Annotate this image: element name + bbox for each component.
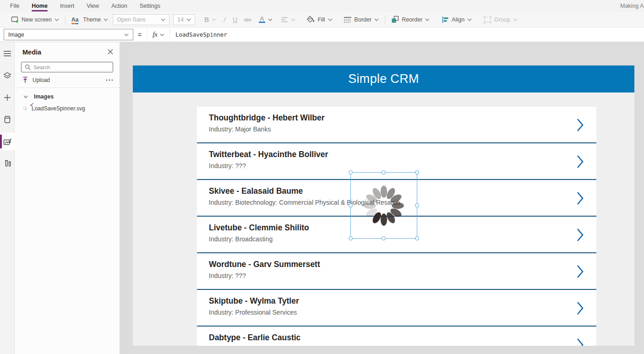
menu-settings[interactable]: Settings — [140, 0, 160, 12]
media-panel-title: Media — [22, 49, 41, 56]
formula-input[interactable]: LoadSaveSpinner — [175, 31, 227, 38]
inserted-arrow-icon — [29, 103, 34, 107]
menu-view[interactable]: View — [87, 0, 99, 12]
chevron-down-icon — [160, 33, 164, 36]
chevron-down-icon — [55, 18, 59, 21]
rail-media-button[interactable] — [0, 133, 15, 150]
more-options-button[interactable] — [106, 79, 113, 81]
data-icon — [4, 115, 11, 124]
menu-file[interactable]: File — [10, 0, 19, 12]
selection-handle[interactable] — [382, 236, 386, 240]
fx-icon: fx — [153, 31, 158, 38]
property-select[interactable]: Image — [4, 29, 133, 40]
selected-image-control[interactable] — [350, 172, 417, 239]
formula-bar: Image = fx LoadSaveSpinner — [0, 27, 644, 42]
fx-menu[interactable]: fx — [147, 27, 170, 42]
align-button[interactable]: Align — [440, 14, 474, 26]
media-search-box[interactable] — [21, 62, 113, 72]
text-align-icon — [281, 17, 288, 22]
new-screen-button[interactable]: New screen — [9, 14, 61, 26]
rail-hamburger-button[interactable] — [0, 45, 15, 62]
fill-bucket-icon — [306, 16, 315, 23]
fill-button[interactable]: Fill — [305, 14, 334, 26]
left-rail — [0, 42, 15, 354]
chevron-down-icon — [186, 18, 191, 21]
media-icon — [3, 138, 12, 146]
selection-handle[interactable] — [349, 170, 353, 174]
selection-handle[interactable] — [415, 236, 419, 240]
media-panel: Media Upload Images — [15, 42, 120, 354]
ribbon-toolbar: New screen Aa Theme Open Sans 14 B / U a… — [0, 12, 644, 27]
tree-view-icon — [3, 72, 11, 79]
chevron-down-icon — [268, 18, 273, 21]
strikethrough-button[interactable]: abc — [242, 14, 253, 26]
chevron-down-icon — [124, 33, 129, 36]
italic-button[interactable]: / — [222, 14, 227, 26]
toolbar-divider — [385, 15, 385, 25]
close-icon — [108, 49, 113, 54]
font-size-select[interactable]: 14 — [173, 14, 195, 25]
app-title: Simple CRM — [348, 72, 419, 86]
row-chevron-icon[interactable] — [577, 118, 584, 132]
rail-data-button[interactable] — [0, 111, 15, 128]
gallery-row[interactable]: Thoughtbridge - Hebert Wilber Industry: … — [197, 107, 596, 143]
menu-home[interactable]: Home — [32, 0, 48, 12]
rail-tree-view-button[interactable] — [0, 67, 15, 84]
row-chevron-icon[interactable] — [577, 265, 584, 278]
font-color-button[interactable]: A — [257, 14, 274, 26]
reorder-icon — [391, 16, 399, 23]
toolbar-divider — [65, 15, 65, 25]
chevron-down-icon — [467, 18, 472, 21]
group-icon — [484, 16, 491, 23]
selection-handle[interactable] — [349, 236, 353, 240]
images-section-header[interactable]: Images — [15, 88, 120, 100]
theme-button[interactable]: Aa Theme — [70, 14, 110, 26]
canvas-workspace: Simple CRM Thoughtbridge - Hebert Wilber… — [120, 42, 644, 354]
menu-bar: File Home Insert View Action Settings Ma… — [0, 0, 644, 12]
selection-handle[interactable] — [382, 170, 386, 174]
loading-spinner-image — [358, 180, 409, 231]
spinner-file-icon — [22, 106, 27, 111]
media-file-item[interactable]: LoadSaveSpinner.svg — [15, 100, 120, 112]
chevron-down-icon — [23, 95, 28, 98]
chevron-down-icon — [328, 18, 333, 21]
row-chevron-icon[interactable] — [577, 155, 584, 169]
upload-icon — [22, 76, 28, 83]
chevron-down-icon — [374, 18, 379, 21]
row-chevron-icon[interactable] — [577, 191, 584, 205]
powerapps-studio-window: File Home Insert View Action Settings Ma… — [0, 0, 644, 354]
font-family-select[interactable]: Open Sans — [113, 14, 169, 25]
gallery-row[interactable]: Skiptube - Wylma Tytler Industry: Profes… — [197, 290, 596, 327]
text-align-button[interactable] — [279, 14, 297, 26]
menu-action[interactable]: Action — [111, 0, 127, 12]
align-icon — [442, 16, 449, 23]
row-chevron-icon[interactable] — [577, 338, 584, 346]
selection-handle[interactable] — [415, 203, 419, 207]
selection-handle[interactable] — [415, 170, 419, 174]
upload-button[interactable]: Upload — [22, 76, 50, 83]
bold-button[interactable]: B — [202, 14, 218, 26]
rail-insert-button[interactable] — [0, 89, 15, 106]
media-search-input[interactable] — [33, 65, 98, 70]
gallery-row[interactable]: Wordtune - Garv Summersett Industry: ??? — [197, 253, 596, 290]
reorder-button[interactable]: Reorder — [389, 14, 431, 26]
equals-sign: = — [138, 31, 142, 38]
rail-advanced-tools-button[interactable] — [0, 155, 15, 172]
menu-insert[interactable]: Insert — [60, 0, 74, 12]
group-button[interactable]: Group — [482, 14, 519, 26]
new-screen-icon — [11, 16, 19, 23]
app-header-bar[interactable]: Simple CRM — [133, 65, 634, 93]
chevron-down-icon — [425, 18, 430, 21]
border-button[interactable]: Border — [342, 14, 381, 26]
app-status-label: Making A — [620, 0, 644, 12]
chevron-down-icon — [212, 18, 216, 21]
selection-handle[interactable] — [349, 203, 353, 207]
underline-button[interactable]: U — [231, 14, 239, 26]
search-icon — [25, 64, 31, 70]
row-chevron-icon[interactable] — [577, 228, 584, 242]
close-panel-button[interactable] — [108, 48, 113, 56]
row-chevron-icon[interactable] — [577, 301, 584, 315]
gallery-row[interactable]: Dabtype - Earlie Caustic — [197, 327, 596, 346]
theme-icon: Aa — [71, 16, 78, 23]
advanced-tools-icon — [4, 160, 11, 168]
